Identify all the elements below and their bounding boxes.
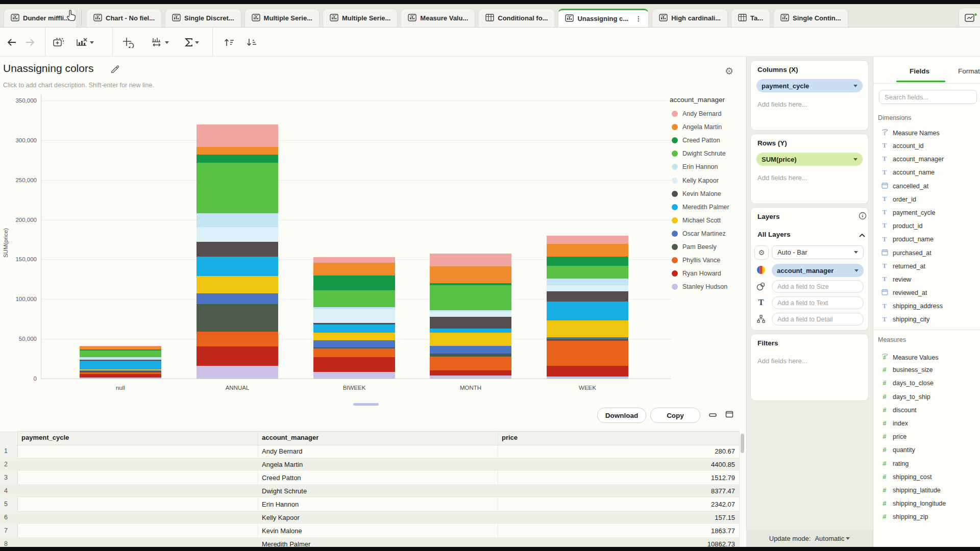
bar-segment-ryan-howard[interactable] <box>197 346 278 366</box>
tab-high-cardinali-[interactable]: High cardinali... <box>652 9 728 27</box>
tab-menu-button[interactable]: ⋮ <box>635 15 642 22</box>
bar-segment-angela-martin[interactable] <box>80 346 161 349</box>
dimension-account-manager[interactable]: Taccount_manager <box>881 155 944 163</box>
copy-button[interactable]: Copy <box>650 408 700 423</box>
bar-segment-dwight-schrute[interactable] <box>430 285 511 310</box>
bar-segment-erin-hannon[interactable] <box>430 310 511 312</box>
bar-segment-ryan-howard[interactable] <box>313 357 395 372</box>
sort-ascending-button[interactable] <box>223 36 236 49</box>
legend-item[interactable]: Andy Bernard <box>672 110 721 117</box>
bar-segment-stanley-hudson[interactable] <box>547 377 628 379</box>
bar-segment-meredith-palmer[interactable] <box>313 324 395 332</box>
back-button[interactable] <box>5 36 18 49</box>
dimension-shipping-city[interactable]: Tshipping_city <box>881 316 929 323</box>
bar-segment-kevin-malone[interactable] <box>197 242 278 257</box>
search-fields-input[interactable] <box>879 90 977 104</box>
columns-field-pill[interactable]: payment_cycle <box>756 79 863 92</box>
dimension-account-name[interactable]: Taccount_name <box>881 169 935 177</box>
bar-segment-andy-bernard[interactable] <box>547 236 628 244</box>
detail-field-drop[interactable]: Add a field to Detail <box>772 313 864 325</box>
bar-segment-kelly-kapoor[interactable] <box>313 309 395 323</box>
legend-item[interactable]: Dwight Schrute <box>672 150 726 157</box>
bar-segment-erin-hannon[interactable] <box>80 357 161 359</box>
bar-segment-dwight-schrute[interactable] <box>547 266 628 279</box>
forward-button[interactable] <box>23 36 37 49</box>
bar-segment-kelly-kapoor[interactable] <box>80 359 161 360</box>
bar-segment-creed-patton[interactable] <box>197 155 278 162</box>
bar-segment-kevin-malone[interactable] <box>430 317 511 329</box>
legend-item[interactable]: Kelly Kapoor <box>672 177 719 184</box>
legend-item[interactable]: Pam Beesly <box>672 243 717 251</box>
bar-segment-oscar-martinez[interactable] <box>430 346 511 354</box>
dimension-reviewed-at[interactable]: reviewed_at <box>881 289 927 297</box>
measure-index[interactable]: #index <box>881 420 908 427</box>
bar-segment-michael-scott[interactable] <box>197 276 278 293</box>
aggregate-button[interactable] <box>180 36 203 49</box>
rows-add-fields-placeholder[interactable]: Add fields here... <box>757 174 807 182</box>
legend-item[interactable]: Ryan Howard <box>672 270 721 277</box>
legend-item[interactable]: Meredith Palmer <box>672 204 729 211</box>
tab-fields[interactable]: Fields <box>910 67 929 75</box>
mark-settings-gear-icon[interactable]: ⚙ <box>754 245 769 260</box>
dimension-order-id[interactable]: Torder_id <box>881 195 916 203</box>
duplicate-chart-button[interactable] <box>52 36 65 49</box>
tab-single-contin-[interactable]: Single Contin... <box>773 9 848 27</box>
bar-segment-stanley-hudson[interactable] <box>313 372 395 379</box>
bar-segment-kevin-malone[interactable] <box>313 323 395 325</box>
download-button[interactable]: Download <box>597 408 646 423</box>
measure-days-to-ship[interactable]: #days_to_ship <box>881 393 930 400</box>
bar-segment-pam-beesly[interactable] <box>80 371 161 372</box>
legend-item[interactable]: Creed Patton <box>672 137 720 144</box>
bar-segment-creed-patton[interactable] <box>80 349 161 350</box>
bar-segment-oscar-martinez[interactable] <box>197 293 278 304</box>
dimension-product-name[interactable]: Tproduct_name <box>881 236 934 243</box>
bar-segment-pam-beesly[interactable] <box>197 304 278 332</box>
dimension-product-id[interactable]: Tproduct_id <box>881 222 922 230</box>
bar-segment-angela-martin[interactable] <box>430 266 511 283</box>
bar-segment-erin-hannon[interactable] <box>547 279 628 285</box>
rows-field-pill[interactable]: SUM(price) <box>756 153 863 166</box>
legend-item[interactable]: Angela Martin <box>672 123 722 131</box>
column-header-price[interactable]: price <box>502 434 518 441</box>
measure-shipping-zip[interactable]: #shipping_zip <box>881 513 928 520</box>
bar-segment-erin-hannon[interactable] <box>313 307 395 309</box>
bar-segment-oscar-martinez[interactable] <box>547 337 628 339</box>
bar-segment-phyllis-vance[interactable] <box>430 357 511 370</box>
bar-segment-andy-bernard[interactable] <box>80 346 161 346</box>
legend-item[interactable]: Erin Hannon <box>672 163 718 170</box>
tab-multiple-serie-[interactable]: Multiple Serie... <box>323 9 398 27</box>
bar-segment-pam-beesly[interactable] <box>430 354 511 357</box>
bar-segment-creed-patton[interactable] <box>313 276 395 290</box>
bar-segment-michael-scott[interactable] <box>547 320 628 337</box>
tab-chart-no-fiel-[interactable]: Chart - No fiel... <box>86 9 162 27</box>
bar-segment-dwight-schrute[interactable] <box>197 163 278 214</box>
bar-segment-stanley-hudson[interactable] <box>430 375 511 379</box>
delete-chart-button[interactable] <box>74 36 96 49</box>
tab-single-discret-[interactable]: Single Discret... <box>165 9 241 27</box>
bar-options-button[interactable] <box>148 36 172 49</box>
bar-segment-meredith-palmer[interactable] <box>430 329 511 333</box>
table-scrollbar[interactable] <box>741 434 744 453</box>
bar-segment-ryan-howard[interactable] <box>430 370 511 375</box>
bar-segment-angela-martin[interactable] <box>197 147 278 155</box>
bar-segment-creed-patton[interactable] <box>430 283 511 285</box>
bar-segment-pam-beesly[interactable] <box>313 347 395 348</box>
bar-segment-kelly-kapoor[interactable] <box>547 285 628 292</box>
bar-segment-angela-martin[interactable] <box>313 263 395 276</box>
bar-segment-meredith-palmer[interactable] <box>80 361 161 369</box>
measure-business-size[interactable]: #business_size <box>881 366 933 373</box>
swap-axes-button[interactable] <box>121 36 135 49</box>
bar-segment-erin-hannon[interactable] <box>197 213 278 227</box>
dimension-cancelled-at[interactable]: cancelled_at <box>881 182 928 190</box>
bar-segment-michael-scott[interactable] <box>430 333 511 345</box>
bar-segment-michael-scott[interactable] <box>313 333 395 340</box>
tab-measure-valu-[interactable]: Measure Valu... <box>401 9 475 27</box>
tab-format[interactable]: Format <box>958 67 980 75</box>
new-chart-button[interactable] <box>959 8 980 27</box>
dimension-account-id[interactable]: Taccount_id <box>881 142 923 149</box>
tab-ta-[interactable]: Ta... <box>731 9 770 27</box>
measure-rating[interactable]: #rating <box>881 460 909 467</box>
bar-segment-dwight-schrute[interactable] <box>313 290 395 307</box>
bar-segment-creed-patton[interactable] <box>547 257 628 265</box>
collapse-layers-chevron-icon[interactable] <box>859 231 866 240</box>
